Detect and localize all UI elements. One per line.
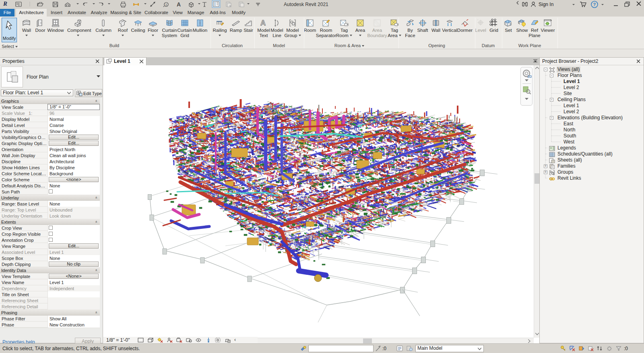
svg-text:2D: 2D [527,75,532,79]
svg-text:A: A [260,19,266,27]
svg-text:Sign In: Sign In [539,2,553,7]
svg-text:?: ? [593,2,596,7]
svg-text:1: 1 [165,3,167,6]
svg-text:R: R [3,0,7,7]
svg-text:A: A [177,1,181,8]
